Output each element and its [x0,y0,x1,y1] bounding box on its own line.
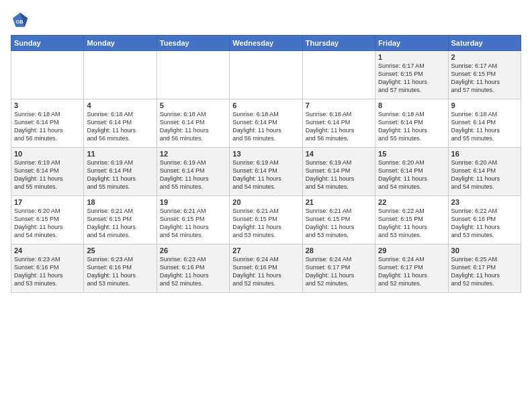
day-number: 4 [87,101,153,109]
calendar-cell: 13Sunrise: 6:19 AM Sunset: 6:14 PM Dayli… [230,148,302,196]
day-number: 20 [232,198,299,206]
calendar-cell: 11Sunrise: 6:19 AM Sunset: 6:14 PM Dayli… [84,148,157,196]
week-row-4: 17Sunrise: 6:20 AM Sunset: 6:15 PM Dayli… [11,196,521,244]
calendar-cell [230,51,302,99]
page: GB SundayMondayTuesdayWednesdayThursdayF… [0,0,532,411]
day-info: Sunrise: 6:21 AM Sunset: 6:15 PM Dayligh… [160,207,226,240]
col-header-saturday: Saturday [448,36,521,51]
calendar-table: SundayMondayTuesdayWednesdayThursdayFrid… [11,35,521,293]
day-number: 14 [306,150,372,158]
day-info: Sunrise: 6:20 AM Sunset: 6:15 PM Dayligh… [14,207,81,240]
calendar-cell: 15Sunrise: 6:20 AM Sunset: 6:14 PM Dayli… [375,148,448,196]
day-number: 10 [14,150,81,158]
day-number: 19 [160,198,226,206]
week-row-5: 24Sunrise: 6:23 AM Sunset: 6:16 PM Dayli… [11,244,521,293]
calendar-cell: 18Sunrise: 6:21 AM Sunset: 6:15 PM Dayli… [84,196,157,244]
day-info: Sunrise: 6:22 AM Sunset: 6:15 PM Dayligh… [378,207,445,240]
day-number: 27 [232,246,299,255]
day-number: 28 [306,246,372,255]
calendar-cell: 2Sunrise: 6:17 AM Sunset: 6:15 PM Daylig… [448,51,521,99]
calendar-cell: 12Sunrise: 6:19 AM Sunset: 6:14 PM Dayli… [157,148,229,196]
day-number: 15 [378,150,445,158]
col-header-friday: Friday [375,36,448,51]
day-info: Sunrise: 6:24 AM Sunset: 6:16 PM Dayligh… [232,255,299,288]
day-info: Sunrise: 6:18 AM Sunset: 6:14 PM Dayligh… [378,110,445,143]
day-info: Sunrise: 6:20 AM Sunset: 6:14 PM Dayligh… [451,158,518,191]
day-number: 18 [87,198,153,206]
day-info: Sunrise: 6:19 AM Sunset: 6:14 PM Dayligh… [160,158,226,191]
day-info: Sunrise: 6:18 AM Sunset: 6:14 PM Dayligh… [160,110,226,143]
calendar-cell: 4Sunrise: 6:18 AM Sunset: 6:14 PM Daylig… [84,99,157,148]
day-info: Sunrise: 6:19 AM Sunset: 6:14 PM Dayligh… [87,158,153,191]
calendar-cell: 22Sunrise: 6:22 AM Sunset: 6:15 PM Dayli… [375,196,448,244]
day-info: Sunrise: 6:20 AM Sunset: 6:14 PM Dayligh… [378,158,445,191]
calendar-cell: 28Sunrise: 6:24 AM Sunset: 6:17 PM Dayli… [302,244,375,293]
calendar-cell: 8Sunrise: 6:18 AM Sunset: 6:14 PM Daylig… [375,99,448,148]
day-number: 5 [160,101,226,109]
day-info: Sunrise: 6:18 AM Sunset: 6:14 PM Dayligh… [306,110,372,143]
calendar-cell: 5Sunrise: 6:18 AM Sunset: 6:14 PM Daylig… [157,99,229,148]
day-number: 24 [14,246,81,255]
col-header-tuesday: Tuesday [157,36,229,51]
col-header-wednesday: Wednesday [230,36,302,51]
col-header-sunday: Sunday [11,36,84,51]
day-info: Sunrise: 6:25 AM Sunset: 6:17 PM Dayligh… [451,255,518,288]
calendar-cell: 29Sunrise: 6:24 AM Sunset: 6:17 PM Dayli… [375,244,448,293]
day-number: 13 [232,150,299,158]
day-number: 1 [378,53,445,61]
day-number: 11 [87,150,153,158]
header: GB [11,11,521,30]
calendar-cell: 19Sunrise: 6:21 AM Sunset: 6:15 PM Dayli… [157,196,229,244]
day-number: 2 [451,53,518,61]
calendar-cell [302,51,375,99]
calendar-cell: 16Sunrise: 6:20 AM Sunset: 6:14 PM Dayli… [448,148,521,196]
day-info: Sunrise: 6:18 AM Sunset: 6:14 PM Dayligh… [14,110,81,143]
day-info: Sunrise: 6:21 AM Sunset: 6:15 PM Dayligh… [306,207,372,240]
calendar-cell: 26Sunrise: 6:23 AM Sunset: 6:16 PM Dayli… [157,244,229,293]
calendar-cell: 6Sunrise: 6:18 AM Sunset: 6:14 PM Daylig… [230,99,302,148]
day-info: Sunrise: 6:23 AM Sunset: 6:16 PM Dayligh… [160,255,226,288]
day-info: Sunrise: 6:19 AM Sunset: 6:14 PM Dayligh… [14,158,81,191]
calendar-cell: 23Sunrise: 6:22 AM Sunset: 6:16 PM Dayli… [448,196,521,244]
week-row-3: 10Sunrise: 6:19 AM Sunset: 6:14 PM Dayli… [11,148,521,196]
calendar-cell [11,51,84,99]
calendar-cell: 3Sunrise: 6:18 AM Sunset: 6:14 PM Daylig… [11,99,84,148]
day-number: 17 [14,198,81,206]
week-row-2: 3Sunrise: 6:18 AM Sunset: 6:14 PM Daylig… [11,99,521,148]
calendar-cell: 30Sunrise: 6:25 AM Sunset: 6:17 PM Dayli… [448,244,521,293]
calendar-cell: 14Sunrise: 6:19 AM Sunset: 6:14 PM Dayli… [302,148,375,196]
day-info: Sunrise: 6:23 AM Sunset: 6:16 PM Dayligh… [87,255,153,288]
calendar-cell: 27Sunrise: 6:24 AM Sunset: 6:16 PM Dayli… [230,244,302,293]
day-info: Sunrise: 6:17 AM Sunset: 6:15 PM Dayligh… [378,62,445,95]
day-number: 23 [451,198,518,206]
day-info: Sunrise: 6:21 AM Sunset: 6:15 PM Dayligh… [87,207,153,240]
day-number: 7 [306,101,372,109]
calendar-cell: 9Sunrise: 6:18 AM Sunset: 6:14 PM Daylig… [448,99,521,148]
day-number: 21 [306,198,372,206]
svg-text:GB: GB [15,19,24,25]
day-number: 8 [378,101,445,109]
day-info: Sunrise: 6:18 AM Sunset: 6:14 PM Dayligh… [451,110,518,143]
day-info: Sunrise: 6:21 AM Sunset: 6:15 PM Dayligh… [232,207,299,240]
day-info: Sunrise: 6:22 AM Sunset: 6:16 PM Dayligh… [451,207,518,240]
col-header-monday: Monday [84,36,157,51]
week-row-1: 1Sunrise: 6:17 AM Sunset: 6:15 PM Daylig… [11,51,521,99]
calendar-cell [84,51,157,99]
logo: GB [11,11,32,30]
day-number: 22 [378,198,445,206]
calendar-cell: 1Sunrise: 6:17 AM Sunset: 6:15 PM Daylig… [375,51,448,99]
day-info: Sunrise: 6:24 AM Sunset: 6:17 PM Dayligh… [306,255,372,288]
calendar-cell: 25Sunrise: 6:23 AM Sunset: 6:16 PM Dayli… [84,244,157,293]
day-number: 12 [160,150,226,158]
day-number: 25 [87,246,153,255]
day-info: Sunrise: 6:24 AM Sunset: 6:17 PM Dayligh… [378,255,445,288]
day-info: Sunrise: 6:18 AM Sunset: 6:14 PM Dayligh… [87,110,153,143]
day-info: Sunrise: 6:19 AM Sunset: 6:14 PM Dayligh… [306,158,372,191]
col-header-thursday: Thursday [302,36,375,51]
day-number: 6 [232,101,299,109]
day-info: Sunrise: 6:18 AM Sunset: 6:14 PM Dayligh… [232,110,299,143]
day-number: 29 [378,246,445,255]
calendar-cell: 10Sunrise: 6:19 AM Sunset: 6:14 PM Dayli… [11,148,84,196]
calendar-cell: 7Sunrise: 6:18 AM Sunset: 6:14 PM Daylig… [302,99,375,148]
day-number: 30 [451,246,518,255]
